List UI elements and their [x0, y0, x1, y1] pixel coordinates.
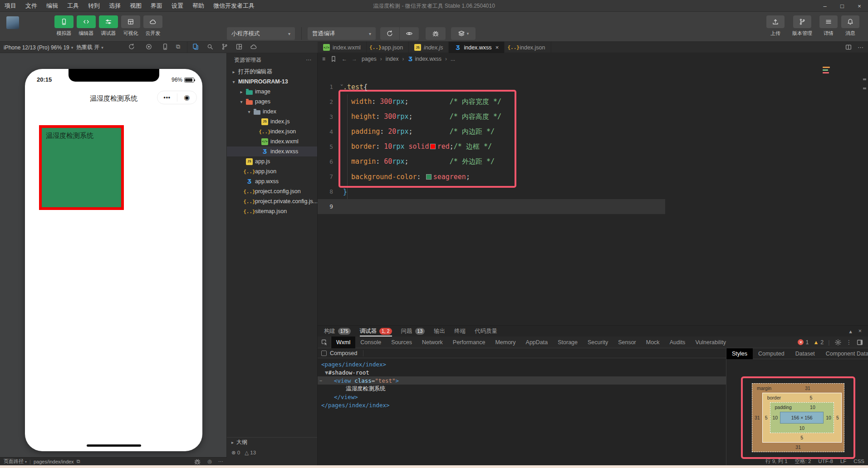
kebab-icon[interactable]: ⋯	[218, 458, 223, 464]
toolbar-button-消息[interactable]: 消息	[841, 15, 859, 37]
hot-reload-toggle[interactable]: 热重载 开▾	[76, 42, 103, 53]
indent-setting[interactable]: 空格: 2	[795, 458, 811, 465]
compile-mode-select[interactable]: 普通编译 ▾	[308, 27, 376, 40]
menu-item-微信开发者工具[interactable]: 微信开发者工具	[209, 0, 259, 12]
debugger-tab-调试器[interactable]: 调试器1, 2	[360, 326, 392, 336]
console-errors[interactable]: ✕1	[798, 339, 809, 346]
menu-item-工具[interactable]: 工具	[63, 0, 83, 12]
code-line-9[interactable]: 9	[318, 199, 868, 214]
page-path-select[interactable]: 页面路径 ▾	[4, 458, 27, 465]
search-icon[interactable]	[206, 43, 214, 52]
dom-node[interactable]: ⋯<view class="test">	[318, 376, 726, 385]
devtools-tab-Storage[interactable]: Storage	[553, 336, 583, 348]
breadcrumb-item[interactable]: index	[386, 56, 399, 62]
devtools-tab-Security[interactable]: Security	[583, 336, 613, 348]
breadcrumb-item[interactable]: ...	[451, 56, 455, 62]
preview-button[interactable]	[400, 27, 419, 40]
checkbox-icon[interactable]	[321, 351, 327, 356]
copy-page-icon[interactable]	[192, 43, 199, 52]
dom-node[interactable]: </view>	[318, 393, 726, 401]
copy-path-icon[interactable]: ⧉	[77, 458, 80, 464]
toolbar-button-详情[interactable]: 详情	[819, 15, 838, 37]
back-icon[interactable]: ←	[342, 56, 347, 62]
minimize-icon[interactable]: –	[816, 0, 834, 12]
home-target-icon[interactable]: ◉	[177, 93, 197, 102]
minimap[interactable]	[823, 67, 830, 73]
devtools-tab-Console[interactable]: Console	[355, 336, 386, 348]
record-icon[interactable]	[145, 43, 152, 52]
dom-node[interactable]: 温湿度检测系统	[318, 385, 726, 393]
tree-item-index[interactable]: ▾index	[227, 107, 317, 117]
tree-item-打开的编辑器[interactable]: ▸打开的编辑器	[227, 67, 317, 77]
cloud-icon[interactable]	[250, 43, 257, 52]
dom-node[interactable]: </pages/index/index>	[318, 401, 726, 409]
problems-summary[interactable]: ⊗ 0 △ 13	[227, 448, 317, 457]
menu-item-界面[interactable]: 界面	[146, 0, 167, 12]
code-line-4[interactable]: 4 padding: 20rpx; /* 内边距 */	[318, 124, 868, 139]
restart-icon[interactable]	[128, 43, 135, 52]
tree-item-index.json[interactable]: {..}index.json	[227, 127, 317, 136]
code-line-8[interactable]: 8}	[318, 184, 868, 199]
tree-item-project.private.config.js...[interactable]: {..}project.private.config.js...	[227, 196, 317, 206]
kebab-icon[interactable]: ⋯	[858, 44, 863, 51]
toolbar-button-上传[interactable]: 上传	[766, 15, 785, 37]
devtools-tab-Sources[interactable]: Sources	[386, 336, 417, 348]
debugger-tab-构建[interactable]: 构建175	[324, 326, 351, 336]
kebab-icon[interactable]: ⋯	[306, 57, 312, 63]
device-debug-button[interactable]	[426, 27, 446, 40]
device-select[interactable]: iPhone 12/13 (Pro) 96% 19▾	[4, 42, 73, 53]
debugger-tab-问题[interactable]: 问题13	[401, 326, 425, 336]
menu-item-帮助[interactable]: 帮助	[188, 0, 209, 12]
debugger-tab-输出[interactable]: 输出	[434, 326, 445, 336]
mode-select[interactable]: 小程序模式 ▾	[227, 27, 295, 40]
tree-item-sitemap.json[interactable]: {..}sitemap.json	[227, 206, 317, 216]
bookmark-icon[interactable]	[330, 55, 337, 63]
avatar[interactable]	[6, 16, 19, 29]
code-line-2[interactable]: 2 width: 300rpx; /* 内容宽度 */	[318, 94, 868, 109]
collapse-panel-icon[interactable]: ▴	[849, 328, 852, 335]
toolbar-button-版本管理[interactable]: 版本管理	[793, 15, 811, 37]
gear-icon[interactable]	[834, 339, 842, 346]
tree-item-project.config.json[interactable]: {..}project.config.json	[227, 186, 317, 196]
language-mode[interactable]: CSS	[853, 458, 864, 464]
devtools-tab-Wxml[interactable]: Wxml	[331, 336, 355, 348]
code-line-5[interactable]: 5 border: 10rpx solidred;/* 边框 */	[318, 139, 868, 154]
device-frame-icon[interactable]	[162, 43, 169, 52]
tree-item-pages[interactable]: ▾pages	[227, 97, 317, 107]
breadcrumb-item[interactable]: pages	[362, 56, 377, 62]
more-menu-icon[interactable]: •••	[157, 94, 177, 101]
cursor-position[interactable]: 行 9, 列 1	[765, 458, 788, 465]
split-editor-icon[interactable]	[845, 44, 852, 51]
grid-icon[interactable]	[235, 43, 243, 52]
devtools-tab-Performance[interactable]: Performance	[448, 336, 490, 348]
styles-tab-Dataset[interactable]: Dataset	[790, 348, 820, 359]
composed-toggle[interactable]: Composed	[318, 348, 726, 358]
console-warnings[interactable]: ▲2	[813, 339, 824, 346]
maximize-icon[interactable]: □	[834, 0, 851, 12]
menu-item-编辑[interactable]: 编辑	[42, 0, 63, 12]
menu-item-选择[interactable]: 选择	[104, 0, 125, 12]
editor-tab-index.wxss[interactable]: Ʒindex.wxss×	[449, 42, 505, 53]
tree-item-app.js[interactable]: JSapp.js	[227, 156, 317, 166]
devtools-tab-Memory[interactable]: Memory	[490, 336, 520, 348]
code-line-7[interactable]: 7 background-color: seagreen;	[318, 169, 868, 184]
kebab-vertical-icon[interactable]: ⋮	[846, 339, 852, 346]
devtools-tab-Mock[interactable]: Mock	[641, 336, 665, 348]
menu-item-文件[interactable]: 文件	[21, 0, 42, 12]
devtools-tab-AppData[interactable]: AppData	[521, 336, 553, 348]
box-model[interactable]: margin31 31 border5 5 padding10	[752, 383, 844, 452]
code-line-3[interactable]: 3 height: 300rpx; /* 内容高度 */	[318, 109, 868, 124]
tree-item-app.json[interactable]: {..}app.json	[227, 166, 317, 176]
toolbar-button-模拟器[interactable]: 模拟器	[54, 15, 74, 37]
dom-node[interactable]: ▼#shadow-root	[318, 368, 726, 376]
devtools-tab-Network[interactable]: Network	[417, 336, 448, 348]
tree-item-app.wxss[interactable]: Ʒapp.wxss	[227, 176, 317, 186]
code-line-6[interactable]: 6 margin: 60rpx; /* 外边距 */	[318, 154, 868, 169]
debugger-tab-终端[interactable]: 终端	[454, 326, 466, 336]
editor-tab-index.js[interactable]: JSindex.js	[409, 42, 449, 53]
node-menu-icon[interactable]: ⋯	[319, 378, 322, 383]
tree-item-index.js[interactable]: JSindex.js	[227, 117, 317, 127]
encoding[interactable]: UTF-8	[818, 458, 833, 464]
styles-tab-Component Data[interactable]: Component Data	[820, 348, 868, 359]
toolbar-button-可视化[interactable]: 可视化	[121, 15, 140, 37]
